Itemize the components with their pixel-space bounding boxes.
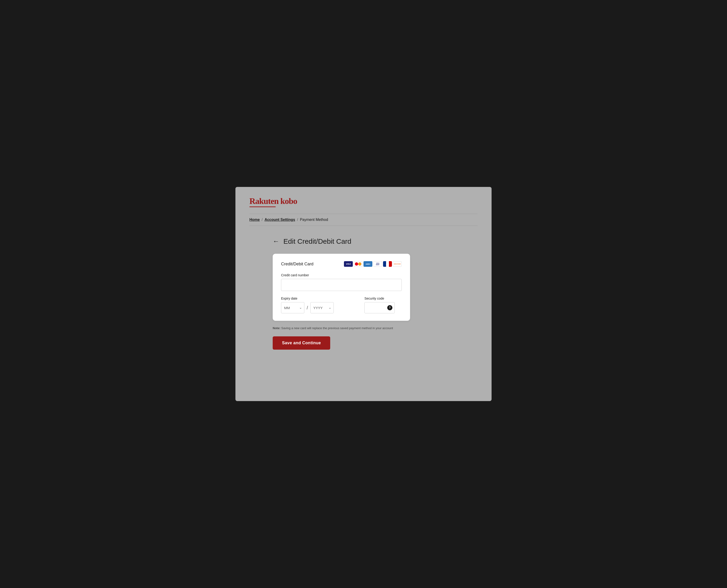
visa-debit-icon: VISA DEBIT: [373, 261, 382, 267]
expiry-group: Expiry date MM 01 02 03 04 05: [281, 297, 357, 313]
card-form-header: Credit/Debit Card VISA AMEX VISA DEBIT J…: [281, 261, 402, 267]
note-prefix: Note:: [273, 327, 281, 330]
save-and-continue-button[interactable]: Save and Continue: [273, 336, 330, 350]
visa-card-icon: VISA: [344, 261, 353, 267]
card-icons-group: VISA AMEX VISA DEBIT JCB DISCOVER: [344, 261, 402, 267]
rakuten-kobo-logo[interactable]: Rakuten kobo: [249, 196, 297, 207]
discover-card-icon: DISCOVER: [393, 261, 402, 267]
amex-card-icon: AMEX: [364, 261, 372, 267]
jcb-card-icon: JCB: [383, 261, 392, 267]
mastercard-icon: [354, 261, 362, 267]
security-group: Security code ?: [365, 297, 402, 313]
expiry-label: Expiry date: [281, 297, 357, 300]
breadcrumb-bar: Home / Account Settings / Payment Method: [249, 214, 478, 226]
logo-area: Rakuten kobo: [249, 196, 478, 207]
security-help-icon[interactable]: ?: [387, 305, 392, 310]
security-code-label: Security code: [365, 297, 402, 300]
expiry-year-wrapper: YYYY 2024 2025 2026 2027 2028 2029 2030: [310, 302, 334, 313]
expiry-month-select[interactable]: MM 01 02 03 04 05 06 07 08 09: [281, 302, 304, 313]
breadcrumb-account-settings[interactable]: Account Settings: [265, 218, 295, 222]
breadcrumb-current: Payment Method: [300, 218, 328, 222]
breadcrumb-home[interactable]: Home: [249, 218, 259, 222]
breadcrumb-separator-2: /: [297, 218, 298, 222]
card-form-title: Credit/Debit Card: [281, 261, 313, 267]
expiry-fields: MM 01 02 03 04 05 06 07 08 09: [281, 302, 357, 313]
note-text: Note: Saving a new card will replace the…: [273, 327, 410, 330]
security-input-wrapper: ?: [365, 302, 395, 313]
expiry-slash: /: [307, 305, 308, 311]
card-form-container: Credit/Debit Card VISA AMEX VISA DEBIT J…: [273, 254, 410, 321]
browser-frame: Rakuten kobo Home / Account Settings / P…: [235, 187, 492, 401]
main-area: ← Edit Credit/Debit Card Credit/Debit Ca…: [249, 226, 478, 359]
page-title: Edit Credit/Debit Card: [284, 237, 351, 245]
expiry-security-row: Expiry date MM 01 02 03 04 05: [281, 297, 402, 313]
logo-text: Rakuten kobo: [249, 196, 297, 206]
note-body: Saving a new card will replace the previ…: [281, 327, 393, 330]
card-number-label: Credit card number: [281, 273, 402, 277]
back-arrow-button[interactable]: ←: [273, 238, 279, 245]
breadcrumb: Home / Account Settings / Payment Method: [249, 218, 478, 226]
expiry-year-select[interactable]: YYYY 2024 2025 2026 2027 2028 2029 2030: [310, 302, 334, 313]
expiry-month-wrapper: MM 01 02 03 04 05 06 07 08 09: [281, 302, 304, 313]
page-content: Rakuten kobo Home / Account Settings / P…: [235, 187, 492, 368]
logo-underline: [249, 207, 276, 207]
breadcrumb-separator-1: /: [262, 218, 263, 222]
page-title-row: ← Edit Credit/Debit Card: [273, 237, 478, 245]
card-number-input[interactable]: [281, 279, 402, 291]
